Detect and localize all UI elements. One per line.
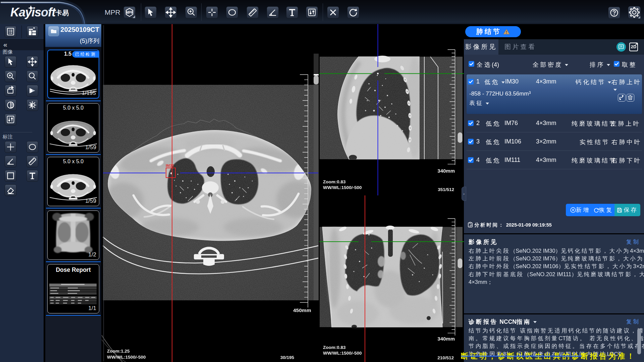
svg-text:351/512: 351/512 [438,187,454,192]
svg-text:MPR: MPR [126,11,133,14]
svg-text:IM30: IM30 [166,164,174,168]
svg-text:Zoom:0.83: Zoom:0.83 [323,345,346,350]
svg-text:340mm: 340mm [437,336,455,342]
svg-text:Zoom:0.83: Zoom:0.83 [323,179,346,184]
svg-text:30/195: 30/195 [280,355,294,360]
svg-text:WW/WL:1500/-500: WW/WL:1500/-500 [323,351,362,356]
svg-text:WW/WL:1500/-500: WW/WL:1500/-500 [107,355,146,360]
svg-text:450mm: 450mm [293,307,311,313]
svg-text:340mm: 340mm [437,168,455,174]
svg-text:WW/WL:1500/-500: WW/WL:1500/-500 [323,185,362,190]
svg-text:Zoom:1.25: Zoom:1.25 [107,349,130,354]
svg-text:210/512: 210/512 [437,355,454,360]
